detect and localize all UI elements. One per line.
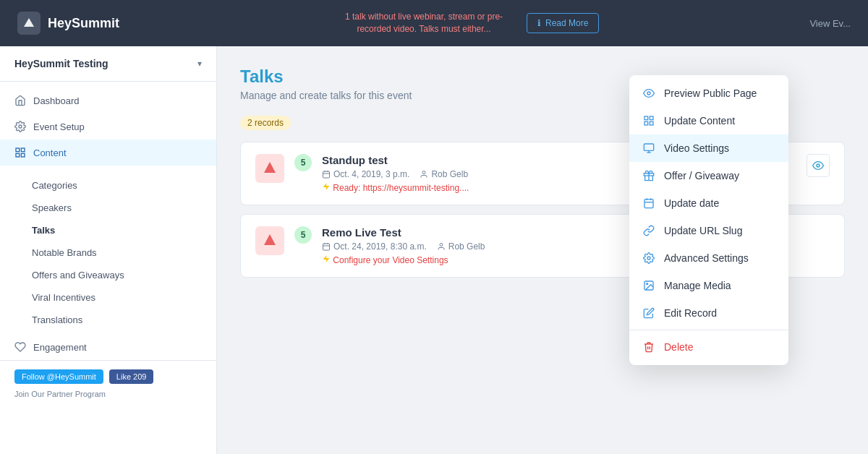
info-icon: ℹ: [537, 18, 541, 28]
svg-rect-22: [644, 116, 648, 120]
facebook-like-button[interactable]: Like 209: [109, 369, 154, 384]
svg-point-13: [817, 164, 820, 167]
dropdown-divider: [629, 330, 788, 330]
user-icon: [420, 170, 428, 179]
svg-rect-25: [644, 121, 648, 125]
brand-name: HeySummit: [48, 16, 119, 31]
image-icon: [642, 280, 655, 291]
dropdown-item-label: Update Content: [664, 115, 735, 127]
talk-logo: [255, 154, 284, 183]
dropdown-item-label: Offer / Giveaway: [664, 170, 739, 181]
settings-icon: [14, 121, 26, 132]
twitter-follow-button[interactable]: Follow @HeySummit: [14, 369, 103, 384]
talk-date: Oct. 24, 2019, 8:30 a.m.: [322, 241, 427, 252]
context-dropdown-menu: Preview Public Page Update Content Video…: [629, 75, 788, 365]
records-badge: 2 records: [240, 116, 291, 130]
svg-point-1: [19, 125, 22, 128]
dropdown-item-edit-record[interactable]: Edit Record: [629, 299, 788, 327]
dropdown-item-label: Update URL Slug: [664, 225, 742, 236]
talk-number: 5: [294, 226, 312, 244]
sidebar-item-dashboard[interactable]: Dashboard: [0, 87, 216, 113]
dropdown-item-label: Edit Record: [664, 307, 717, 319]
talk-date: Oct. 4, 2019, 3 p.m.: [322, 169, 409, 179]
sidebar-item-label: Event Setup: [33, 121, 85, 132]
svg-point-11: [422, 171, 425, 174]
sidebar-subitem-notable-brands[interactable]: Notable Brands: [0, 241, 216, 264]
svg-rect-3: [21, 148, 25, 152]
content-subitems: Categories Speakers Talks Notable Brands…: [0, 171, 216, 334]
dropdown-item-update-date[interactable]: Update date: [629, 189, 788, 217]
sidebar-subitem-speakers[interactable]: Speakers: [0, 197, 216, 219]
svg-rect-15: [323, 244, 330, 250]
dropdown-item-video-settings[interactable]: Video Settings: [629, 134, 788, 162]
content-icon: [14, 147, 26, 158]
svg-point-37: [647, 283, 648, 285]
talk-presenter: Rob Gelb: [437, 241, 485, 252]
dropdown-item-label: Update date: [664, 197, 719, 209]
dropdown-item-label: Delete: [664, 341, 693, 353]
heysummit-logo-icon: [261, 232, 278, 249]
svg-point-21: [647, 92, 650, 95]
eye-icon: [812, 160, 824, 171]
dropdown-item-manage-media[interactable]: Manage Media: [629, 272, 788, 299]
dropdown-item-label: Manage Media: [664, 280, 731, 291]
nav-section: Dashboard Event Setup Content: [0, 82, 216, 171]
sidebar-subitem-offers-giveaways[interactable]: Offers and Giveaways: [0, 264, 216, 286]
svg-rect-4: [21, 153, 25, 157]
svg-marker-6: [264, 162, 276, 173]
calendar-icon: [642, 197, 655, 209]
social-buttons: Follow @HeySummit Like 209: [14, 369, 202, 384]
calendar-icon: [322, 242, 331, 251]
svg-marker-12: [323, 183, 330, 190]
sidebar-item-event-setup[interactable]: Event Setup: [0, 113, 216, 140]
event-selector-name: HeySummit Testing: [14, 58, 109, 69]
dropdown-item-update-content[interactable]: Update Content: [629, 107, 788, 134]
home-icon: [14, 95, 26, 106]
dropdown-item-advanced-settings[interactable]: Advanced Settings: [629, 244, 788, 272]
view-event-label[interactable]: View Ev...: [809, 18, 851, 29]
dropdown-item-offer-giveaway[interactable]: Offer / Giveaway: [629, 162, 788, 189]
monitor-icon: [642, 142, 655, 154]
talk-presenter: Rob Gelb: [420, 169, 468, 179]
svg-rect-5: [16, 153, 20, 157]
dropdown-item-label: Video Settings: [664, 142, 729, 154]
sidebar-subitem-viral-incentives[interactable]: Viral Incentives: [0, 286, 216, 309]
preview-talk-button[interactable]: [807, 154, 830, 177]
partner-program-link[interactable]: Join Our Partner Program: [14, 390, 202, 398]
dropdown-item-preview-public-page[interactable]: Preview Public Page: [629, 80, 788, 107]
svg-marker-20: [323, 255, 330, 262]
link-icon: [642, 225, 655, 236]
edit-icon: [642, 307, 655, 319]
dropdown-item-update-url-slug[interactable]: Update URL Slug: [629, 217, 788, 244]
talk-logo: [255, 226, 284, 255]
bolt-icon: [322, 254, 331, 263]
top-nav: HeySummit 1 talk without live webinar, s…: [0, 0, 868, 46]
sidebar-subitem-talks[interactable]: Talks: [0, 219, 216, 241]
svg-point-19: [440, 244, 443, 247]
bolt-icon: [322, 182, 331, 191]
sidebar-subitem-translations[interactable]: Translations: [0, 309, 216, 331]
settings2-icon: [642, 252, 655, 264]
sidebar-subitem-categories[interactable]: Categories: [0, 174, 216, 197]
read-more-button[interactable]: ℹ Read More: [527, 13, 599, 33]
gift-icon: [642, 170, 655, 181]
sidebar-item-label: Dashboard: [33, 95, 80, 106]
svg-rect-26: [644, 144, 653, 150]
trash-icon: [642, 341, 655, 353]
sidebar-item-label: Engagement: [33, 342, 87, 353]
svg-rect-7: [323, 171, 330, 178]
nav-warning: 1 talk without live webinar, stream or p…: [119, 11, 809, 35]
event-selector[interactable]: HeySummit Testing ▾: [0, 46, 216, 82]
sidebar-item-label: Content: [33, 147, 67, 158]
dropdown-item-delete[interactable]: Delete: [629, 333, 788, 361]
calendar-icon: [322, 170, 331, 179]
sidebar-item-content[interactable]: Content: [0, 140, 216, 166]
sidebar-item-engagement[interactable]: Engagement: [0, 334, 216, 360]
talk-number: 5: [294, 154, 312, 171]
talk-actions: [807, 154, 830, 177]
sidebar-footer: Follow @HeySummit Like 209 Join Our Part…: [0, 360, 216, 407]
chevron-down-icon: ▾: [197, 59, 202, 69]
sidebar: HeySummit Testing ▾ Dashboard Event Setu…: [0, 46, 217, 454]
warning-text: 1 talk without live webinar, stream or p…: [330, 11, 518, 35]
dropdown-item-label: Advanced Settings: [664, 252, 749, 264]
